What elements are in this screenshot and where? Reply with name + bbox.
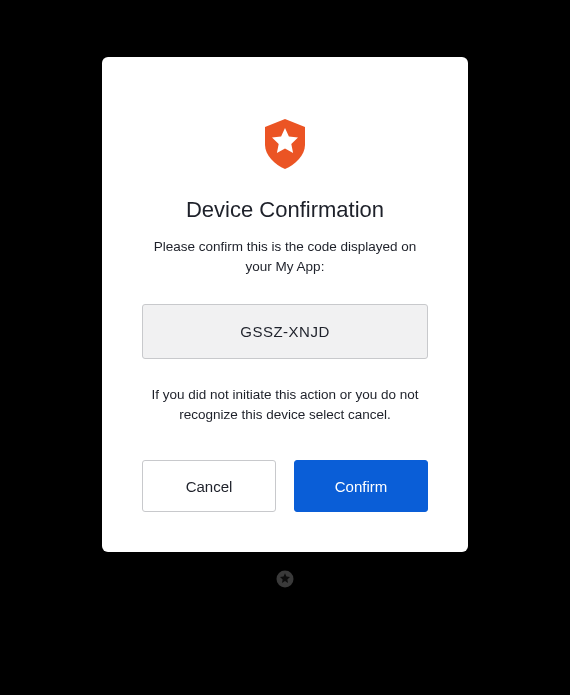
dialog-instruction: If you did not initiate this action or y… [142, 385, 428, 424]
device-code-display: GSSZ-XNJD [142, 304, 428, 359]
footer-provider-badge [276, 570, 294, 588]
cancel-button[interactable]: Cancel [142, 460, 276, 512]
brand-logo [259, 117, 311, 175]
button-row: Cancel Confirm [142, 460, 428, 512]
dialog-title: Device Confirmation [186, 197, 384, 223]
device-confirmation-dialog: Device Confirmation Please confirm this … [102, 57, 468, 552]
shield-star-icon [259, 117, 311, 171]
confirm-button[interactable]: Confirm [294, 460, 428, 512]
provider-badge-icon [276, 570, 294, 588]
dialog-subtitle: Please confirm this is the code displaye… [142, 237, 428, 276]
